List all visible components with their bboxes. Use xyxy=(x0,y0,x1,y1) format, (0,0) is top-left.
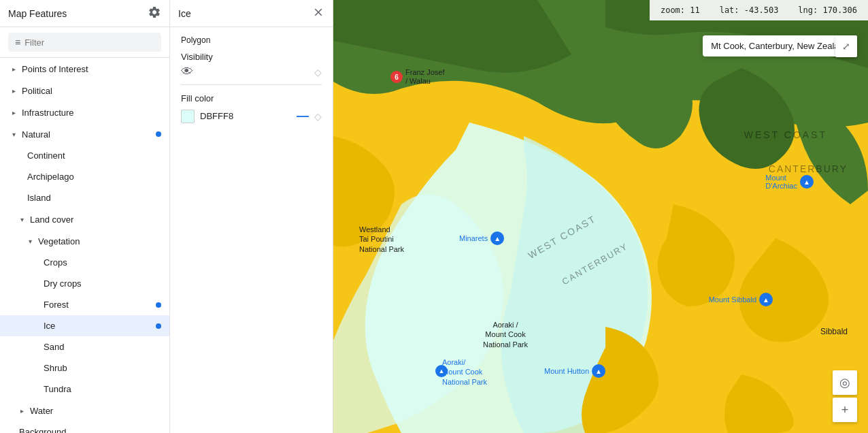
sidebar-item-natural[interactable]: ▾Natural xyxy=(0,123,169,145)
nav-tree: ▸Points of Interest▸Political▸Infrastruc… xyxy=(0,58,169,433)
panel-title: Ice xyxy=(178,8,191,19)
chevron-icon: ▸ xyxy=(8,107,19,118)
mount-darchiac-icon: ▲ xyxy=(800,175,814,189)
color-swatch-row: DBFFF8 xyxy=(181,110,233,123)
filter-icon: ≡ xyxy=(15,37,20,48)
eye-icon[interactable]: 👁 xyxy=(181,65,193,79)
sidebar-item-island[interactable]: Island xyxy=(0,187,169,208)
sidebar: Map Features ≡ ▸Points of Interest▸Polit… xyxy=(0,0,170,433)
active-dot xyxy=(156,302,161,308)
sidebar-title: Map Features xyxy=(8,8,67,19)
sidebar-item-label: Land cover xyxy=(30,214,161,225)
mount-hutton-icon: ▲ xyxy=(592,364,605,378)
zoom-label: zoom: xyxy=(661,5,685,15)
lng-value: 170.306 xyxy=(822,5,857,15)
visibility-diamond-icon[interactable]: ◇ xyxy=(314,67,322,78)
fill-color-section: Fill color DBFFF8 — ◇ xyxy=(181,84,322,123)
map-controls: ◎ + xyxy=(833,370,857,422)
map-topbar: zoom: 11 lat: -43.503 lng: 170.306 xyxy=(650,0,868,20)
sidebar-item-ice[interactable]: Ice xyxy=(0,315,169,336)
visibility-label: Visibility xyxy=(181,52,213,62)
location-button[interactable]: ◎ xyxy=(833,370,857,395)
franz-josef-label: Franz Josef/ Walau xyxy=(405,68,444,86)
sidebar-item-land-cover[interactable]: ▾Land cover xyxy=(0,208,169,230)
sidebar-item-label: Points of Interest xyxy=(22,64,161,74)
chevron-icon: ▸ xyxy=(16,405,27,416)
filter-input[interactable] xyxy=(24,37,154,48)
sidebar-header: Map Features xyxy=(0,0,169,27)
sidebar-item-label: Dry crops xyxy=(44,278,161,289)
sidebar-item-label: Archipelago xyxy=(27,172,161,182)
sidebar-item-label: Island xyxy=(27,193,161,203)
close-icon[interactable] xyxy=(312,6,324,20)
mount-sibbald-icon: ▲ xyxy=(759,293,773,306)
sidebar-item-background[interactable]: Background xyxy=(0,421,169,433)
sidebar-item-water[interactable]: ▸Water xyxy=(0,400,169,421)
fill-color-controls: DBFFF8 — ◇ xyxy=(181,109,322,123)
sidebar-item-label: Ice xyxy=(44,321,156,331)
lat-value: -43.503 xyxy=(744,5,779,15)
minarets-label: Minarets xyxy=(459,234,488,242)
sidebar-item-continent[interactable]: Continent xyxy=(0,145,169,166)
sidebar-item-label: Political xyxy=(22,86,161,96)
chevron-icon: ▸ xyxy=(8,63,19,74)
sidebar-item-label: Infrastructure xyxy=(22,108,161,118)
detail-panel: Ice Polygon Visibility 👁 ◇ Fill color DB… xyxy=(170,0,333,433)
color-hex-value: DBFFF8 xyxy=(200,111,233,121)
chevron-icon: ▾ xyxy=(16,214,27,225)
minus-icon[interactable]: — xyxy=(297,109,309,123)
panel-header: Ice xyxy=(170,0,333,27)
gear-icon[interactable] xyxy=(148,5,161,21)
zoom-in-button[interactable]: + xyxy=(833,398,857,422)
fill-diamond-icon[interactable]: ◇ xyxy=(314,111,322,122)
sidebar-item-label: Crops xyxy=(44,257,161,268)
sidebar-item-archipelago[interactable]: Archipelago xyxy=(0,166,169,187)
sidebar-item-forest[interactable]: Forest xyxy=(0,294,169,315)
sidebar-item-label: Sand xyxy=(44,342,161,352)
sidebar-item-infrastructure[interactable]: ▸Infrastructure xyxy=(0,101,169,123)
sidebar-item-dry-crops[interactable]: Dry crops xyxy=(0,273,169,294)
sidebar-item-vegetation[interactable]: ▾Vegetation xyxy=(0,230,169,252)
minarets-marker: Minarets ▲ xyxy=(459,231,504,245)
franz-josef-icon: 6 xyxy=(390,71,403,83)
aoraki-large-label: Aoraki /Mount CookNational Park xyxy=(483,320,528,349)
mount-darchiac-label: MountD'Archiac xyxy=(765,174,797,190)
fullscreen-button[interactable]: ⤢ xyxy=(835,35,857,57)
panel-polygon-section: Polygon Visibility 👁 ◇ Fill color DBFFF8… xyxy=(170,27,333,131)
chevron-icon: ▾ xyxy=(8,129,19,140)
sidebar-item-tundra[interactable]: Tundra xyxy=(0,379,169,400)
aoraki-park-icon: ▲ xyxy=(435,365,448,377)
sidebar-item-crops[interactable]: Crops xyxy=(0,252,169,273)
mount-hutton-marker: Mount Hutton ▲ xyxy=(544,364,605,378)
filter-bar: ≡ xyxy=(0,27,169,58)
map-area[interactable]: zoom: 11 lat: -43.503 lng: 170.306 Mt Co… xyxy=(333,0,868,433)
sidebar-item-points-of-interest[interactable]: ▸Points of Interest xyxy=(0,58,169,80)
mount-sibbald-marker: Mount Sibbald ▲ xyxy=(709,293,773,306)
sidebar-item-political[interactable]: ▸Political xyxy=(0,80,169,101)
active-dot xyxy=(156,323,161,329)
mount-hutton-label: Mount Hutton xyxy=(544,367,589,375)
sibbald-label: Sibbald xyxy=(820,327,848,336)
fill-color-label: Fill color xyxy=(181,93,322,103)
sidebar-item-label: Forest xyxy=(44,300,156,310)
filter-container: ≡ xyxy=(8,33,161,52)
sidebar-item-sand[interactable]: Sand xyxy=(0,336,169,357)
sidebar-item-label: Shrub xyxy=(44,363,161,373)
lng-label: lng: xyxy=(798,5,818,15)
chevron-icon: ▸ xyxy=(8,85,19,96)
minarets-icon: ▲ xyxy=(490,231,504,245)
sidebar-item-shrub[interactable]: Shrub xyxy=(0,357,169,379)
mount-darchiac-marker: MountD'Archiac ▲ xyxy=(765,174,814,190)
tooltip-text: Mt Cook, Canterbury, New Zealand xyxy=(711,41,849,51)
lat-label: lat: xyxy=(720,5,739,15)
aoraki-small-label: Aoraki/Mount CookNational Park xyxy=(442,357,487,387)
chevron-icon: ▾ xyxy=(24,236,35,246)
sidebar-item-label: Water xyxy=(30,406,161,416)
polygon-label: Polygon xyxy=(181,35,322,45)
sidebar-item-label: Background xyxy=(19,427,161,433)
color-swatch[interactable] xyxy=(181,110,195,123)
visibility-row: Visibility xyxy=(181,52,322,62)
aoraki-icon: ▲ xyxy=(435,365,448,377)
map-tooltip: Mt Cook, Canterbury, New Zealand xyxy=(703,35,857,57)
sidebar-item-label: Continent xyxy=(27,150,161,161)
